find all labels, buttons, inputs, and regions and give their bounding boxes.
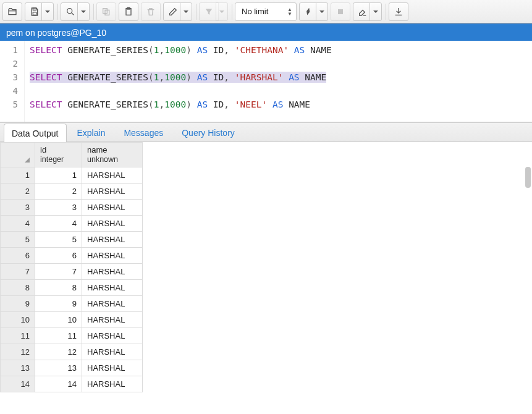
separator bbox=[196, 4, 196, 20]
table-row[interactable]: 55HARSHAL bbox=[1, 231, 143, 247]
separator bbox=[232, 4, 232, 20]
svg-rect-0 bbox=[33, 8, 36, 10]
cell-name[interactable]: HARSHAL bbox=[82, 279, 143, 295]
cell-id[interactable]: 9 bbox=[35, 295, 82, 311]
row-number[interactable]: 6 bbox=[1, 247, 35, 263]
separator bbox=[93, 4, 94, 20]
tab-explain[interactable]: Explain bbox=[69, 123, 114, 142]
cell-name[interactable]: HARSHAL bbox=[82, 376, 143, 392]
row-number[interactable]: 13 bbox=[1, 360, 35, 376]
cell-name[interactable]: HARSHAL bbox=[82, 344, 143, 360]
results-grid[interactable]: idinteger nameunknown 11HARSHAL22HARSHAL… bbox=[0, 142, 143, 392]
svg-rect-1 bbox=[33, 12, 36, 15]
row-number[interactable]: 7 bbox=[1, 263, 35, 279]
row-number[interactable]: 14 bbox=[1, 376, 35, 392]
cell-name[interactable]: HARSHAL bbox=[82, 183, 143, 199]
table-row[interactable]: 1212HARSHAL bbox=[1, 344, 143, 360]
find-dropdown[interactable] bbox=[77, 2, 90, 21]
table-row[interactable]: 99HARSHAL bbox=[1, 295, 143, 311]
row-number[interactable]: 10 bbox=[1, 311, 35, 327]
cell-name[interactable]: HARSHAL bbox=[82, 263, 143, 279]
scrollbar-thumb[interactable] bbox=[525, 167, 531, 188]
cell-id[interactable]: 1 bbox=[35, 167, 82, 183]
column-header-name[interactable]: nameunknown bbox=[82, 143, 143, 167]
table-row[interactable]: 11HARSHAL bbox=[1, 167, 143, 183]
open-file-button[interactable] bbox=[2, 2, 22, 21]
save-dropdown[interactable] bbox=[41, 2, 54, 21]
connection-label: pem on postgres@PG_10 bbox=[6, 28, 106, 38]
table-row[interactable]: 1111HARSHAL bbox=[1, 327, 143, 344]
table-row[interactable]: 1313HARSHAL bbox=[1, 360, 143, 376]
row-number[interactable]: 1 bbox=[1, 167, 35, 183]
results-grid-wrap: idinteger nameunknown 11HARSHAL22HARSHAL… bbox=[0, 142, 532, 414]
svg-point-2 bbox=[67, 8, 72, 13]
cell-id[interactable]: 5 bbox=[35, 231, 82, 247]
cell-id[interactable]: 10 bbox=[35, 311, 82, 327]
clear-dropdown[interactable] bbox=[369, 2, 382, 21]
table-row[interactable]: 77HARSHAL bbox=[1, 263, 143, 279]
column-header-id[interactable]: idinteger bbox=[35, 143, 82, 167]
row-number[interactable]: 8 bbox=[1, 279, 35, 295]
cell-name[interactable]: HARSHAL bbox=[82, 231, 143, 247]
toolbar: No limit ▲▼ bbox=[0, 0, 532, 23]
separator bbox=[57, 4, 58, 20]
tab-messages[interactable]: Messages bbox=[116, 123, 171, 142]
execute-dropdown[interactable] bbox=[316, 2, 328, 21]
cell-id[interactable]: 3 bbox=[35, 199, 82, 215]
table-row[interactable]: 66HARSHAL bbox=[1, 247, 143, 263]
cell-id[interactable]: 11 bbox=[35, 327, 82, 344]
cell-name[interactable]: HARSHAL bbox=[82, 311, 143, 327]
cell-name[interactable]: HARSHAL bbox=[82, 167, 143, 183]
download-button[interactable] bbox=[389, 2, 408, 21]
copy-button[interactable] bbox=[96, 2, 116, 21]
cell-id[interactable]: 2 bbox=[35, 183, 82, 199]
row-limit-label: No limit bbox=[242, 7, 268, 16]
cell-name[interactable]: HARSHAL bbox=[82, 247, 143, 263]
sql-editor[interactable]: 12345 SELECT GENERATE_SERIES(1,1000) AS … bbox=[0, 41, 532, 122]
row-limit-select[interactable]: No limit ▲▼ bbox=[235, 2, 297, 21]
cell-id[interactable]: 14 bbox=[35, 376, 82, 392]
row-number[interactable]: 12 bbox=[1, 344, 35, 360]
delete-button[interactable] bbox=[141, 2, 161, 21]
cell-id[interactable]: 7 bbox=[35, 263, 82, 279]
row-number[interactable]: 3 bbox=[1, 199, 35, 215]
cell-name[interactable]: HARSHAL bbox=[82, 215, 143, 231]
svg-rect-7 bbox=[338, 9, 343, 14]
table-row[interactable]: 1414HARSHAL bbox=[1, 376, 143, 392]
cell-id[interactable]: 6 bbox=[35, 247, 82, 263]
table-row[interactable]: 88HARSHAL bbox=[1, 279, 143, 295]
tab-data-output[interactable]: Data Output bbox=[4, 124, 67, 142]
stop-button[interactable] bbox=[331, 2, 350, 21]
cell-id[interactable]: 4 bbox=[35, 215, 82, 231]
cell-id[interactable]: 13 bbox=[35, 360, 82, 376]
row-number[interactable]: 9 bbox=[1, 295, 35, 311]
row-number[interactable]: 5 bbox=[1, 231, 35, 247]
cell-name[interactable]: HARSHAL bbox=[82, 327, 143, 344]
filter-dropdown[interactable] bbox=[216, 2, 228, 21]
cell-name[interactable]: HARSHAL bbox=[82, 360, 143, 376]
tab-query-history[interactable]: Query History bbox=[174, 123, 243, 142]
table-row[interactable]: 22HARSHAL bbox=[1, 183, 143, 199]
table-row[interactable]: 1010HARSHAL bbox=[1, 311, 143, 327]
table-row[interactable]: 44HARSHAL bbox=[1, 215, 143, 231]
paste-button[interactable] bbox=[119, 2, 138, 21]
separator bbox=[386, 4, 386, 20]
cell-id[interactable]: 12 bbox=[35, 344, 82, 360]
results-tabs: Data Output Explain Messages Query Histo… bbox=[0, 122, 532, 142]
table-row[interactable]: 33HARSHAL bbox=[1, 199, 143, 215]
cell-name[interactable]: HARSHAL bbox=[82, 295, 143, 311]
cell-name[interactable]: HARSHAL bbox=[82, 199, 143, 215]
row-number[interactable]: 2 bbox=[1, 183, 35, 199]
edit-dropdown[interactable] bbox=[180, 2, 192, 21]
row-number[interactable]: 11 bbox=[1, 327, 35, 344]
cell-id[interactable]: 8 bbox=[35, 279, 82, 295]
code-area[interactable]: SELECT GENERATE_SERIES(1,1000) AS ID, 'C… bbox=[25, 41, 532, 122]
connection-titlebar: pem on postgres@PG_10 bbox=[0, 23, 532, 41]
stepper-icon: ▲▼ bbox=[287, 7, 292, 16]
line-gutter: 12345 bbox=[0, 41, 25, 122]
row-number[interactable]: 4 bbox=[1, 215, 35, 231]
grid-corner[interactable] bbox=[1, 143, 35, 167]
